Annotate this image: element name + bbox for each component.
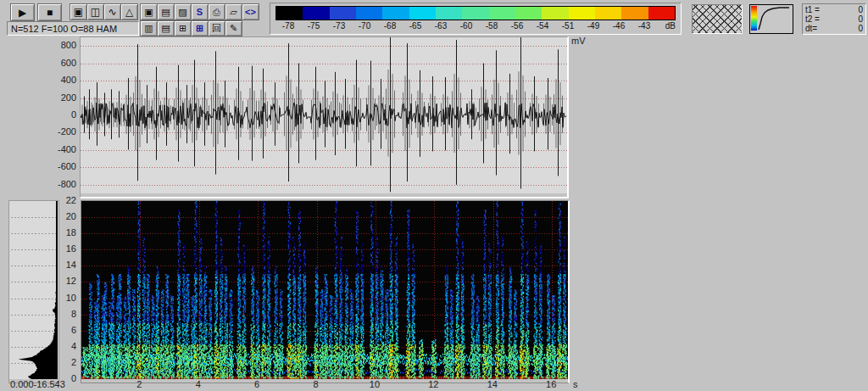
stop-icon: ■ — [47, 7, 53, 17]
disk-icon: ◫ — [91, 7, 100, 17]
readout-label: t2 = — [805, 14, 820, 24]
layout-top-band-button[interactable]: ▤ — [157, 20, 175, 36]
db-tick-label: -65 — [403, 21, 428, 31]
hatch-pattern-box[interactable] — [692, 4, 743, 34]
layout-single-button[interactable]: 回 — [208, 20, 225, 36]
display-icon: ▣ — [74, 7, 83, 17]
db-tick-label: -73 — [326, 21, 352, 31]
gain-curve-button[interactable]: ∿ — [103, 3, 121, 20]
axis-tick-label: 0 — [61, 373, 76, 383]
color-scale-cell — [382, 7, 409, 20]
stop-button[interactable]: ■ — [37, 3, 62, 21]
save-button[interactable]: ◫ — [86, 3, 104, 20]
axis-tick-label: 600 — [47, 58, 76, 68]
signal-options-button[interactable]: S — [191, 3, 209, 20]
triangle-icon: △ — [125, 7, 133, 17]
readout-row: dt=0 — [805, 24, 863, 33]
frame-icon: ▨ — [178, 7, 186, 16]
print-button[interactable]: ⎙ — [208, 3, 225, 20]
axis-tick-label: 14 — [486, 379, 499, 389]
readout-value: 0 — [858, 24, 863, 33]
folder-icon: ▱ — [230, 7, 236, 16]
color-scale-cell — [356, 7, 382, 20]
db-tick-label: -78 — [275, 21, 301, 31]
color-scale-cell — [515, 7, 542, 20]
axis-tick-label: 14 — [61, 260, 76, 270]
db-tick-label: -54 — [530, 21, 555, 31]
color-scale-cell — [569, 7, 595, 20]
axis-tick-label: 200 — [47, 92, 76, 103]
axis-tick-label: 12 — [426, 379, 440, 389]
axis-tick-label: 16 — [61, 243, 76, 254]
readout-label: dt= — [805, 24, 817, 33]
spectrogram-app-window: ▶■ ▣◫∿△ ▣▤▨S⎙▱<> ▥▤⊞⊞回✎ N=512 F=100 O=88… — [0, 0, 868, 391]
color-scale-cell — [303, 7, 329, 20]
axis-tick-label: 2 — [132, 379, 146, 389]
axis-tick-label: 12 — [61, 276, 76, 286]
color-scale-cell — [409, 7, 436, 20]
printer-icon: ⎙ — [213, 7, 220, 16]
angle-brackets-icon: <> — [245, 7, 256, 16]
curve-icon: ∿ — [108, 7, 116, 17]
color-scale-cell — [462, 7, 488, 20]
edit-button[interactable]: ✎ — [225, 20, 242, 36]
db-tick-label: -58 — [479, 21, 504, 31]
spectrogram-display[interactable] — [81, 201, 568, 379]
db-tick-label: -68 — [377, 21, 403, 31]
db-unit-label: dB — [657, 21, 676, 31]
db-tick-label: -60 — [453, 21, 479, 31]
window-function-button[interactable]: △ — [120, 3, 138, 20]
grid-cross-icon: ⊞ — [179, 24, 186, 33]
db-tick-label: -49 — [581, 21, 606, 31]
gain-curve — [759, 8, 789, 30]
layout-split-alt-button[interactable]: ⊞ — [191, 20, 209, 36]
axis-tick-label: 22 — [61, 195, 76, 205]
color-scale-cell — [648, 7, 675, 20]
grid-top-icon: ▤ — [161, 24, 170, 33]
panel-icon: ▤ — [161, 7, 170, 16]
layout-split-button[interactable]: ⊞ — [174, 20, 192, 36]
axis-tick-label: 4 — [192, 379, 205, 389]
axis-tick-label: 10 — [61, 293, 76, 303]
axis-tick-label: 4 — [61, 341, 76, 351]
color-scale-cell — [276, 7, 303, 20]
screen-icon: ▣ — [144, 7, 153, 16]
waveform-display[interactable] — [81, 37, 567, 193]
spectrogram-panel — [81, 200, 570, 383]
layout-left-band-button[interactable]: ▥ — [140, 20, 158, 36]
db-tick-label: -51 — [555, 21, 581, 31]
play-button[interactable]: ▶ — [10, 3, 35, 21]
readout-row: t1 =0 — [805, 5, 863, 14]
fft-settings-text: N=512 F=100 O=88 HAM — [11, 24, 117, 34]
annotate-view-button[interactable]: ▨ — [174, 3, 192, 20]
pencil-icon: ✎ — [230, 24, 237, 33]
control-panel-button[interactable]: ▤ — [157, 3, 175, 20]
axis-tick-label: -600 — [47, 161, 76, 171]
axis-tick-label: 800 — [47, 40, 76, 50]
axis-tick-label: -200 — [47, 126, 76, 137]
axis-tick-label: 18 — [61, 227, 76, 237]
grid-cross2-icon: ⊞ — [196, 24, 203, 33]
axis-tick-label: -400 — [47, 144, 76, 154]
db-tick-label: -75 — [301, 21, 326, 31]
capture-display-button[interactable]: ▣ — [70, 3, 87, 20]
grid-left-icon: ▥ — [144, 24, 153, 33]
color-scale-cell — [489, 7, 515, 20]
color-scale-cell — [542, 7, 568, 20]
spectrogram-window-button[interactable]: ▣ — [140, 3, 158, 20]
readout-value: 0 — [858, 5, 863, 14]
transfer-curve-box[interactable] — [749, 4, 793, 34]
db-tick-label: -56 — [504, 21, 530, 31]
play-icon: ▶ — [19, 7, 26, 17]
axis-tick-label: 8 — [309, 379, 323, 389]
open-file-button[interactable]: ▱ — [225, 3, 242, 20]
db-tick-label: -46 — [606, 21, 632, 31]
markers-button[interactable]: <> — [242, 3, 259, 20]
db-tick-label: -43 — [632, 21, 657, 31]
axis-tick-label: 10 — [368, 379, 381, 389]
time-range-label: 0.000-16.543 — [10, 379, 65, 389]
avg-spectrum-display[interactable] — [9, 201, 58, 379]
window-icon: 回 — [212, 24, 221, 33]
axis-tick-label: 6 — [61, 325, 76, 335]
axis-tick-label: 0 — [47, 109, 76, 120]
